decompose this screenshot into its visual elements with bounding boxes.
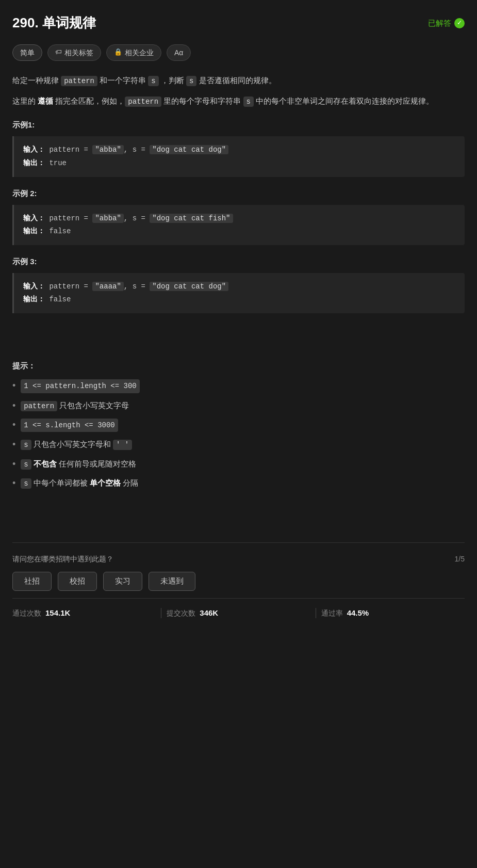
submit-value: 346K (200, 607, 218, 619)
tag-difficulty[interactable]: 简单 (12, 44, 42, 61)
survey-options: 社招 校招 实习 未遇到 (12, 572, 465, 591)
example-2-block: 输入： pattern = "abba", s = "dog cat cat f… (12, 205, 465, 245)
solved-badge: 已解答 ✓ (428, 17, 465, 29)
inline-code-pattern: pattern (61, 76, 97, 86)
example-1-output: 输出： true (23, 157, 455, 170)
problem-description: 给定一种规律 pattern 和一个字符串 s ，判断 s 是否遵循相同的规律。… (12, 73, 465, 108)
pass-value: 154.1K (45, 607, 70, 619)
survey-option-xiaozha[interactable]: 校招 (58, 572, 97, 591)
hint-1: 1 <= pattern.length <= 300 (12, 379, 465, 393)
example-2-output: 输出： false (23, 225, 455, 238)
inline-code-s: s (148, 76, 158, 86)
hint-3: 1 <= s.length <= 3000 (12, 419, 465, 432)
lock-icon: 🔒 (114, 47, 122, 58)
hints-list: 1 <= pattern.length <= 300 pattern 只包含小写… (12, 379, 465, 490)
rate-label: 通过率 (321, 607, 343, 619)
stat-divider-1 (161, 608, 161, 618)
solved-check-icon: ✓ (454, 18, 465, 28)
solved-label: 已解答 (428, 17, 451, 29)
inline-code-pattern2: pattern (125, 97, 161, 107)
problem-number: 290. (12, 15, 39, 30)
example-2-title: 示例 2: (12, 187, 465, 200)
survey-option-shixi[interactable]: 实习 (103, 572, 142, 591)
survey-question-row: 请问您在哪类招聘中遇到此题？ 1/5 (12, 553, 465, 565)
tags-row: 简单 🏷 相关标签 🔒 相关企业 Aα (12, 44, 465, 61)
stat-divider-2 (316, 608, 316, 618)
example-1-title: 示例1: (12, 119, 465, 131)
survey-section: 请问您在哪类招聘中遇到此题？ 1/5 社招 校招 实习 未遇到 (12, 542, 465, 598)
inline-code-s2: s (186, 76, 196, 86)
example-3-input: 输入： pattern = "aaaa", s = "dog cat cat d… (23, 280, 455, 293)
stats-footer: 通过次数 154.1K 提交次数 346K 通过率 44.5% (12, 598, 465, 624)
problem-name: 单词规律 (42, 15, 96, 30)
survey-pagination: 1/5 (455, 553, 465, 565)
example-1-input: 输入： pattern = "abba", s = "dog cat cat d… (23, 143, 455, 156)
problem-header: 290. 单词规律 已解答 ✓ (12, 12, 465, 34)
description-line1: 给定一种规律 pattern 和一个字符串 s ，判断 s 是否遵循相同的规律。 (12, 73, 465, 88)
stat-pass: 通过次数 154.1K (12, 607, 156, 619)
survey-option-not-encountered[interactable]: 未遇到 (149, 572, 195, 591)
example-3-block: 输入： pattern = "aaaa", s = "dog cat cat d… (12, 273, 465, 313)
tag-font-size[interactable]: Aα (167, 44, 191, 61)
description-line2: 这里的 遵循 指完全匹配，例如，pattern 里的每个字母和字符串 s 中的每… (12, 94, 465, 108)
example-3-title: 示例 3: (12, 255, 465, 268)
rate-value: 44.5% (347, 607, 369, 619)
example-2-input: 输入： pattern = "abba", s = "dog cat cat f… (23, 212, 455, 225)
hint-4: s 只包含小写英文字母和 ' ' (12, 438, 465, 451)
example-1-block: 输入： pattern = "abba", s = "dog cat cat d… (12, 136, 465, 176)
hint-5: s 不包含 任何前导或尾随对空格 (12, 458, 465, 471)
tag-related-company[interactable]: 🔒 相关企业 (106, 44, 161, 61)
stat-rate: 通过率 44.5% (321, 607, 465, 619)
hint-2: pattern 只包含小写英文字母 (12, 399, 465, 412)
submit-label: 提交次数 (167, 607, 195, 619)
pass-label: 通过次数 (12, 607, 41, 619)
survey-option-shezha[interactable]: 社招 (12, 572, 52, 591)
tag-icon: 🏷 (55, 47, 62, 58)
stat-submit: 提交次数 346K (167, 607, 310, 619)
problem-title: 290. 单词规律 (12, 12, 96, 34)
example-3-output: 输出： false (23, 293, 455, 306)
inline-code-s3: s (243, 97, 254, 107)
hints-title: 提示： (12, 360, 465, 372)
hint-6: s 中每个单词都被 单个空格 分隔 (12, 477, 465, 490)
survey-question-text: 请问您在哪类招聘中遇到此题？ (12, 553, 113, 565)
tag-related-tags[interactable]: 🏷 相关标签 (47, 44, 101, 61)
